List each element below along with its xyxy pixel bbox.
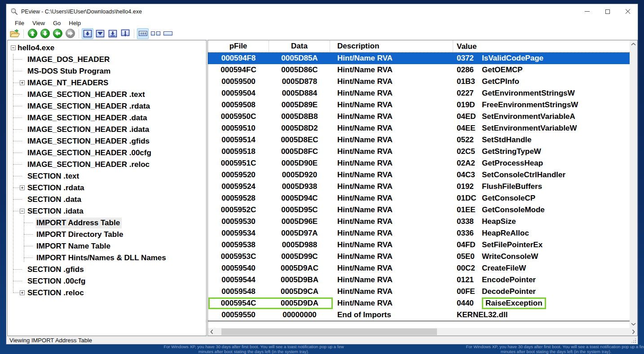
expand-next-button[interactable]	[107, 28, 119, 39]
data-cell: 0005D9AC	[269, 262, 330, 274]
minimize-button[interactable]	[577, 4, 597, 19]
tree-item[interactable]: SECTION .text	[8, 170, 206, 182]
nav-forward-button[interactable]	[64, 28, 76, 39]
table-row[interactable]: 000595380005D988Hint/Name RVA04FDSetFile…	[208, 239, 630, 251]
table-row[interactable]: 000595340005D97AHint/Name RVA0336HeapReA…	[208, 227, 630, 239]
tree-item[interactable]: IMPORT Address Table	[8, 217, 206, 228]
data-cell: 0005D938	[269, 181, 330, 192]
title-bar[interactable]: PEview - C:\Users\IEUser\Downloads\hello…	[6, 4, 638, 19]
pe-structure-tree: hello4.exeIMAGE_DOS_HEADERMS-DOS Stub Pr…	[8, 40, 206, 336]
tree-item[interactable]: IMAGE_SECTION_HEADER .rdata	[8, 100, 206, 112]
tree-item[interactable]: IMPORT Name Table	[8, 240, 206, 252]
data-cell: 0005D8EC	[269, 134, 330, 146]
expand-node-button[interactable]	[82, 28, 93, 39]
tree-item[interactable]: IMAGE_SECTION_HEADER .gfids	[8, 135, 206, 147]
collapse-minus-icon[interactable]	[20, 209, 25, 214]
view-columns-button[interactable]	[137, 28, 149, 39]
table-row[interactable]: 000595280005D94CHint/Name RVA01DCGetCons…	[208, 192, 630, 204]
expand-next-icon	[108, 30, 117, 38]
view-two-pane-button[interactable]	[150, 28, 161, 39]
expand-all-button[interactable]	[119, 28, 131, 39]
horizontal-scrollbar[interactable]	[208, 328, 637, 336]
import-name: GetCPInfo	[482, 76, 519, 87]
tree-item[interactable]: hello4.exe	[8, 42, 206, 53]
tree-item[interactable]: IMAGE_SECTION_HEADER .00cfg	[8, 147, 206, 158]
tree-item[interactable]: SECTION .gfids	[8, 263, 206, 275]
table-row[interactable]: 000595180005D8FCHint/Name RVA02C5GetStri…	[208, 146, 630, 157]
vertical-scrollbar[interactable]	[630, 40, 637, 328]
value-cell: 019DFreeEnvironmentStringsW	[453, 99, 630, 111]
tree-item[interactable]: SECTION .00cfg	[8, 275, 206, 287]
tree-item[interactable]: IMPORT Hints/Names & DLL Names	[8, 252, 206, 263]
description-cell: Hint/Name RVA	[330, 134, 453, 146]
column-header-description[interactable]: Description	[330, 40, 453, 52]
hint-value: 04EE	[457, 122, 475, 134]
tree-item[interactable]: IMAGE_SECTION_HEADER .reloc	[8, 158, 206, 170]
table-row[interactable]: 000595440005D9BAHint/Name RVA0121EncodeP…	[208, 274, 630, 286]
column-header-pfile[interactable]: pFile	[208, 40, 269, 52]
column-header-value[interactable]: Value	[453, 40, 630, 52]
table-row[interactable]: 000595240005D938Hint/Name RVA0192FlushFi…	[208, 181, 630, 192]
scroll-right-button[interactable]	[630, 328, 637, 336]
tree-item[interactable]: IMPORT Directory Table	[8, 228, 206, 240]
tree-item[interactable]: MS-DOS Stub Program	[8, 65, 206, 77]
hint-value: 05E0	[457, 251, 475, 262]
collapse-minus-icon[interactable]	[11, 45, 16, 50]
view-two-pane-icon	[151, 31, 160, 35]
collapse-node-button[interactable]	[94, 28, 106, 39]
open-file-button[interactable]	[9, 28, 21, 39]
table-row[interactable]: 0005953C0005D99CHint/Name RVA05E0WriteCo…	[208, 251, 630, 262]
tree-item[interactable]: IMAGE_NT_HEADERS	[8, 77, 206, 88]
table-row[interactable]: 0005954C0005D9DAHint/Name RVA0440RaiseEx…	[208, 297, 630, 309]
data-cell: 0005D988	[269, 239, 330, 251]
tree-item[interactable]: IMAGE_SECTION_HEADER .idata	[8, 123, 206, 135]
tree-item[interactable]: SECTION .rdata	[8, 182, 206, 193]
scroll-down-button[interactable]	[630, 320, 637, 328]
value-cell: 00FEDecodePointer	[453, 286, 630, 297]
pfile-cell: 00059518	[208, 146, 269, 157]
table-row[interactable]: 000595300005D96EHint/Name RVA0338HeapSiz…	[208, 216, 630, 227]
maximize-button[interactable]	[597, 4, 618, 19]
column-header-data[interactable]: Data	[269, 40, 330, 52]
menu-file[interactable]: File	[11, 19, 28, 27]
table-row[interactable]: 000595400005D9ACHint/Name RVA00C2CreateF…	[208, 262, 630, 274]
tree-item[interactable]: IMAGE_DOS_HEADER	[8, 53, 206, 65]
nav-down-button[interactable]	[39, 28, 51, 39]
tree-item[interactable]: IMAGE_SECTION_HEADER .text	[8, 88, 206, 100]
close-button[interactable]	[618, 4, 638, 19]
desktop: { "window": { "title": "PEview - C:\\Use…	[0, 0, 644, 354]
menu-view[interactable]: View	[28, 19, 49, 27]
table-row[interactable]: 0005951C0005D90EHint/Name RVA02A2GetProc…	[208, 157, 630, 169]
import-name: SetConsoleCtrlHandler	[482, 169, 565, 181]
tree-item[interactable]: SECTION .data	[8, 193, 206, 205]
tree-item[interactable]: IMAGE_SECTION_HEADER .data	[8, 112, 206, 123]
expand-plus-icon[interactable]	[20, 80, 25, 85]
expand-plus-icon[interactable]	[20, 185, 25, 190]
menu-help[interactable]: Help	[65, 19, 85, 27]
table-row[interactable]: 0005950C0005D8B8Hint/Name RVA04EDSetEnvi…	[208, 111, 630, 122]
table-row[interactable]: 000595140005D8ECHint/Name RVA0522SetStdH…	[208, 134, 630, 146]
expand-plus-icon[interactable]	[20, 290, 25, 295]
hint-value: 00C2	[457, 262, 475, 274]
table-row[interactable]: 000595200005D920Hint/Name RVA04C3SetCons…	[208, 169, 630, 181]
view-one-pane-button[interactable]	[162, 28, 174, 39]
tree-item-label: IMAGE_NT_HEADERS	[26, 78, 110, 88]
table-row[interactable]: 000595000005D878Hint/Name RVA01B3GetCPIn…	[208, 76, 630, 87]
horizontal-scroll-thumb[interactable]	[221, 328, 437, 335]
table-row[interactable]: 000594F80005D85AHint/Name RVA0372IsValid…	[208, 52, 630, 64]
menu-go[interactable]: Go	[49, 19, 65, 27]
table-row[interactable]: 000595040005D884Hint/Name RVA0227GetEnvi…	[208, 87, 630, 99]
table-row[interactable]: 000595080005D89EHint/Name RVA019DFreeEnv…	[208, 99, 630, 111]
scroll-left-button[interactable]	[208, 328, 216, 336]
table-row[interactable]: 000594FC0005D86CHint/Name RVA0286GetOEMC…	[208, 64, 630, 76]
tree-item[interactable]: SECTION .idata	[8, 205, 206, 217]
tree-item[interactable]: SECTION .reloc	[8, 287, 206, 298]
table-row[interactable]: 0005952C0005D95CHint/Name RVA01EEGetCons…	[208, 204, 630, 216]
nav-back-button[interactable]	[52, 28, 63, 39]
scroll-up-button[interactable]	[630, 40, 637, 48]
nav-up-button[interactable]	[26, 28, 38, 39]
table-row[interactable]: 000595480005D9CAHint/Name RVA00FEDecodeP…	[208, 286, 630, 297]
table-row[interactable]: 000595100005D8D2Hint/Name RVA04EESetEnvi…	[208, 122, 630, 134]
table-row[interactable]: 0005955000000000End of ImportsKERNEL32.d…	[208, 309, 630, 321]
resize-grip-icon[interactable]	[635, 342, 636, 343]
